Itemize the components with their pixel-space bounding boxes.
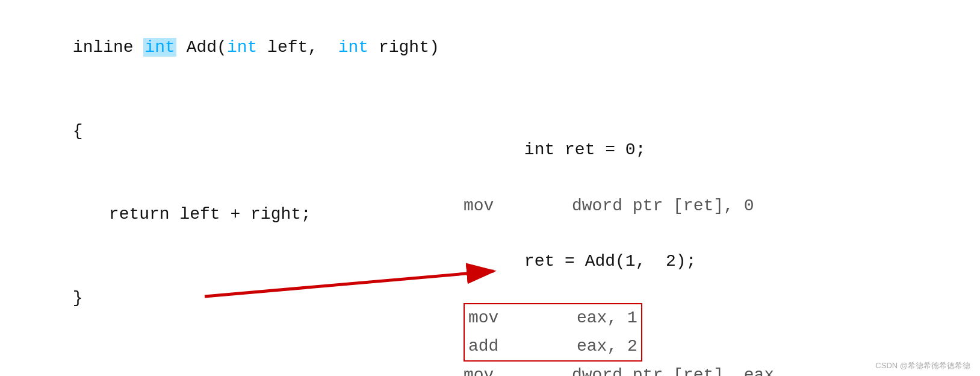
kw-int-2: int [227,38,257,57]
param-right: right) [368,38,439,57]
kw-int-3: int [338,38,368,57]
asm-line-r1: int ret = 0; [464,108,968,192]
asm-r3-text: ret = Add(1, 2); [524,252,696,271]
asm-r1-text: int ret = 0; [524,140,646,159]
main-container: inline int Add(int left, int right) { re… [0,0,980,376]
code-line-1: inline int Add(int left, int right) [12,6,439,90]
asm-line-r3: ret = Add(1, 2); [464,220,968,304]
code-line-5 [12,340,439,368]
asm-mnemonic-r2: mov [464,192,572,220]
asm-operand-r2: dword ptr [ret], 0 [572,192,754,220]
code-line-4: } [12,257,439,340]
asm-mnemonic-r6: mov [464,362,572,376]
param-left: left, [257,38,338,57]
asm-operand-r5: eax, 2 [577,333,637,360]
asm-mnemonic-r4: mov [468,304,577,332]
asm-mnemonic-r5: add [468,333,577,360]
asm-line-r2: mov dword ptr [ret], 0 [464,192,968,220]
right-asm-panel: int ret = 0; mov dword ptr [ret], 0 ret … [451,0,980,376]
return-stmt: return left + right; [109,205,311,224]
brace-open-1: { [73,122,83,140]
asm-line-r5: add eax, 2 [465,333,641,360]
asm-operand-r6: dword ptr [ret], eax [572,362,774,376]
kw-int-1: int [143,38,176,57]
asm-operand-r4: eax, 1 [577,304,637,332]
code-line-2: { [12,90,439,174]
func-add: Add( [176,38,227,57]
brace-close-1: } [73,289,83,307]
asm-box: mov eax, 1 add eax, 2 [464,303,642,361]
kw-inline: inline [73,38,144,57]
asm-line-r4: mov eax, 1 [465,304,641,332]
left-code-panel: inline int Add(int left, int right) { re… [0,0,451,376]
code-line-3: return left + right; [48,173,439,257]
watermark: CSDN @希德希德希德希德 [875,360,970,371]
code-line-6: int main() [12,368,439,376]
